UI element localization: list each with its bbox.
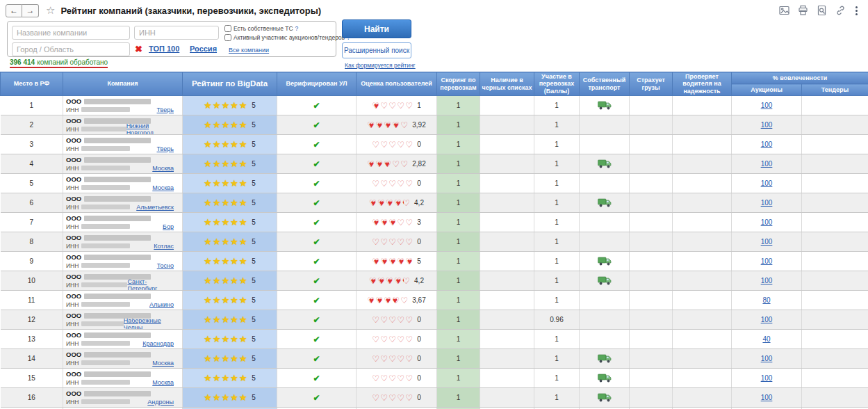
city-link[interactable]: Андроны — [147, 399, 174, 406]
clear-city-icon[interactable]: ✖ — [135, 43, 142, 56]
auctions-cell: 100 — [732, 252, 802, 271]
auction-percent-link[interactable]: 40 — [762, 335, 770, 343]
redacted-company-name — [84, 157, 151, 163]
auction-percent-link[interactable]: 100 — [761, 257, 773, 265]
auctions-cell: 100 — [732, 174, 802, 193]
city-link[interactable]: Тосно — [157, 262, 174, 269]
company-name-input[interactable] — [12, 26, 130, 40]
participation-cell: 1 — [534, 232, 580, 252]
nav-buttons: ← → — [6, 4, 39, 17]
company-type-label: ООО — [66, 292, 81, 300]
scoring-cell: 1 — [437, 252, 480, 271]
company-type-label: ООО — [66, 312, 81, 319]
auction-percent-link[interactable]: 100 — [761, 374, 773, 382]
header-own-transport[interactable]: Собственный транспорт — [580, 72, 630, 96]
active-participant-checkbox[interactable] — [224, 34, 231, 41]
rating-info-link[interactable]: Как формируется рейтинг — [345, 62, 416, 69]
auction-percent-link[interactable]: 100 — [761, 160, 773, 168]
heart-icon: ♡♥ — [397, 237, 405, 247]
redacted-inn — [81, 107, 130, 112]
scoring-cell: 1 — [437, 213, 480, 232]
menu-kebab-icon[interactable] — [853, 6, 860, 16]
city-link[interactable]: Санкт-Петербург — [127, 278, 174, 291]
own-vehicles-checkbox[interactable] — [224, 25, 231, 32]
city-link[interactable]: Москва — [152, 165, 174, 172]
forward-button[interactable]: → — [22, 4, 39, 17]
company-type-label: ООО — [66, 273, 81, 280]
blacklist-cell — [480, 154, 534, 174]
header-involvement: % вовлеченности — [732, 72, 868, 84]
header-blacklist[interactable]: Наличие в черных списках — [480, 72, 534, 96]
header-rank[interactable]: Место в РФ — [1, 72, 63, 96]
russia-link[interactable]: Россия — [190, 45, 217, 53]
city-link[interactable]: Москва — [152, 360, 174, 367]
city-link[interactable]: Тверь — [157, 106, 174, 113]
auctions-cell: 100 — [732, 213, 802, 232]
header-verified[interactable]: Верифицирован УЛ — [277, 72, 357, 96]
advanced-search-button[interactable]: Расширенный поиск — [342, 42, 411, 58]
user-rating-value: 2,82 — [412, 160, 425, 168]
screenshot-icon[interactable] — [778, 5, 790, 16]
city-link[interactable]: Набережные Челны — [124, 317, 174, 330]
auction-percent-link[interactable]: 80 — [762, 296, 770, 304]
city-link[interactable]: Альметьевск — [136, 204, 174, 211]
favorite-star-icon[interactable]: ☆ — [46, 4, 55, 17]
auction-percent-link[interactable]: 100 — [761, 218, 773, 226]
inn-input[interactable] — [134, 26, 219, 40]
own-vehicles-help-icon[interactable]: ? — [295, 25, 299, 32]
rating-value: 5 — [252, 179, 256, 187]
processed-count: 396 414 — [10, 58, 35, 66]
print-icon[interactable] — [797, 5, 809, 16]
header-tenders[interactable]: Тендеры — [802, 84, 868, 96]
all-companies-link[interactable]: Все компании — [229, 47, 269, 54]
header-driver-check[interactable]: Проверяет водителя на надежность — [673, 72, 732, 96]
user-rating-cell: ♡♥♡♥♡♥♡♥♡♥3 — [357, 213, 437, 232]
auction-percent-link[interactable]: 100 — [761, 277, 773, 284]
page: ← → ☆ Рейтинг компаний (заказчики, перев… — [0, 0, 868, 409]
tenders-cell — [802, 213, 868, 232]
heart-icon: ♡♥ — [397, 179, 405, 189]
own-transport-cell — [580, 252, 630, 271]
checkmark-icon: ✔ — [313, 101, 320, 111]
link-icon[interactable] — [835, 5, 846, 16]
city-link[interactable]: Алькино — [149, 301, 174, 308]
header-auctions[interactable]: Аукционы — [732, 84, 802, 96]
auction-percent-link[interactable]: 100 — [761, 355, 773, 362]
auction-percent-link[interactable]: 100 — [761, 179, 773, 187]
filter-checkboxes: Есть собственные ТС ? Активный участник:… — [224, 25, 350, 41]
city-link[interactable]: Котлас — [154, 243, 174, 250]
auction-percent-link[interactable]: 100 — [761, 199, 773, 207]
header-insures[interactable]: Страхует грузы — [630, 72, 673, 96]
header-user-rating[interactable]: Оценка пользователей — [357, 72, 437, 96]
own-transport-cell — [580, 369, 630, 388]
auction-percent-link[interactable]: 100 — [761, 102, 773, 109]
city-link[interactable]: Нижний Новгород — [126, 122, 174, 135]
redacted-company-name — [84, 391, 151, 396]
city-link[interactable]: Москва — [152, 379, 174, 386]
preview-icon[interactable] — [816, 5, 828, 16]
inn-label: ИНН — [66, 223, 79, 230]
city-link[interactable]: Москва — [152, 184, 174, 191]
company-type-label: ООО — [66, 136, 81, 144]
header-rating[interactable]: Рейтинг по BigData — [183, 72, 277, 96]
rating-value: 5 — [252, 335, 256, 343]
header-participation[interactable]: Участие в перевозках (Баллы) — [534, 72, 580, 96]
city-link[interactable]: Тверь — [157, 145, 174, 152]
auction-percent-link[interactable]: 100 — [761, 121, 773, 129]
inn-label: ИНН — [66, 184, 79, 191]
find-button[interactable]: Найти — [342, 19, 411, 38]
auction-percent-link[interactable]: 100 — [761, 238, 773, 246]
auction-percent-link[interactable]: 100 — [761, 141, 773, 148]
auction-percent-link[interactable]: 100 — [761, 316, 773, 323]
checkmark-icon: ✔ — [313, 159, 320, 169]
city-input[interactable] — [12, 42, 130, 56]
auction-percent-link[interactable]: 100 — [761, 394, 773, 401]
back-button[interactable]: ← — [6, 4, 22, 17]
header-scoring[interactable]: Скоринг по перевозкам — [437, 72, 480, 96]
header-company[interactable]: Компания — [63, 72, 183, 96]
own-transport-cell — [580, 291, 630, 310]
city-link[interactable]: Краснодар — [142, 340, 174, 347]
city-link[interactable]: Бор — [163, 223, 174, 230]
rating-value: 5 — [252, 374, 256, 382]
top100-link[interactable]: ТОП 100 — [149, 45, 179, 53]
